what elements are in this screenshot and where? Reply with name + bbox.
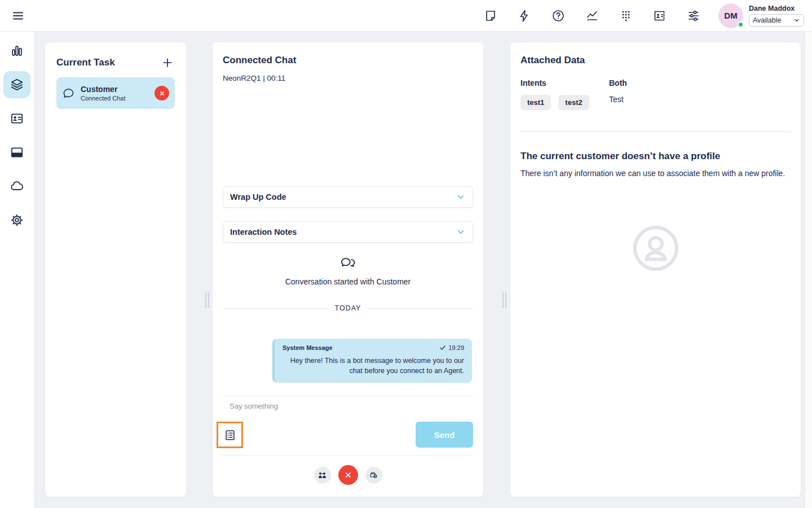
task-card-customer[interactable]: Customer Connected Chat [56,77,175,109]
apps-icon[interactable] [3,139,30,166]
help-icon[interactable] [548,6,568,26]
directory-icon[interactable] [650,6,670,26]
quick-replies-list-icon [224,429,236,441]
panel-resize-handle-right[interactable] [501,292,507,308]
nav-rail [0,32,34,508]
avatar-initials: DM [724,11,737,20]
mask-button[interactable] [365,467,382,484]
end-chat-button[interactable] [338,465,358,485]
chevron-down-icon [456,192,466,202]
conversation-bubbles-icon [339,255,356,271]
both-label: Both [609,78,627,87]
intent-chip: test2 [558,95,589,110]
attached-data-divider [520,132,791,132]
conversation-started-text: Conversation started with Customer [213,277,483,286]
close-icon [158,90,166,97]
status-value: Available [753,16,782,24]
chat-panel: Connected Chat NeonR2Q1 | 00:11 Wrap Up … [213,42,483,497]
quick-replies-button[interactable] [217,422,243,448]
no-profile-text: There isn’t any information we can use t… [520,168,790,179]
actions-divider [223,455,473,456]
chat-meta: NeonR2Q1 | 00:11 [223,74,285,82]
current-task-title: Current Task [56,57,115,68]
close-icon [344,471,352,479]
divider-line [223,308,327,309]
send-button[interactable]: Send [416,422,473,448]
intent-chip: test1 [520,95,551,110]
delivered-check-icon [439,344,446,351]
intents-column: Intents test1 test2 [520,78,609,110]
message-time: 19:29 [448,344,464,351]
settings-icon[interactable] [3,207,30,234]
message-sender: System Message [283,344,333,351]
interaction-notes-dropdown[interactable]: Interaction Notes [223,221,473,243]
chevron-down-icon [456,227,466,237]
mask-device-icon [369,470,378,480]
bubble-header: System Message 19:29 [283,344,464,351]
add-task-icon[interactable] [160,55,175,70]
chat-title: Connected Chat [223,55,296,66]
chat-bubble-icon [62,87,75,100]
both-value: Test [609,95,627,104]
task-name: Customer [81,85,149,94]
hamburger-menu-icon[interactable] [8,6,28,26]
message-meta: 19:29 [439,344,464,351]
analytics-icon[interactable] [582,6,602,26]
presence-dot [738,21,744,28]
transfer-icon [317,470,327,480]
agent-desktop-app: DM Dane Maddox Available [0,0,812,508]
attached-data-panel: Attached Data Intents test1 test2 Both T… [510,42,801,497]
cloud-icon[interactable] [3,173,30,200]
user-name: Dane Maddox [749,5,804,12]
avatar[interactable]: DM [718,3,743,28]
scrollbar-track[interactable] [805,32,812,508]
dialpad-icon[interactable] [616,6,636,26]
task-texts: Customer Connected Chat [81,85,149,102]
attached-data-title: Attached Data [520,55,585,66]
status-select[interactable]: Available [749,14,804,27]
intents-label: Intents [520,78,609,87]
current-task-header: Current Task [56,55,175,70]
conversation-started: Conversation started with Customer [213,255,483,286]
day-divider: TODAY [223,304,473,312]
close-task-button[interactable] [155,86,169,100]
divider-line [369,308,473,309]
both-column: Both Test [609,78,627,110]
system-message-bubble: System Message 19:29 Hey there! This is … [272,339,472,383]
task-type: Connected Chat [81,95,149,102]
interactions-icon[interactable] [3,71,30,98]
intent-chips: test1 test2 [520,95,609,110]
chat-actions [213,465,483,485]
no-profile-title: The current customer doesn’t have a prof… [520,151,720,162]
preferences-icon[interactable] [683,6,704,26]
transfer-button[interactable] [314,467,331,484]
attached-data-fields: Intents test1 test2 Both Test [520,78,791,110]
user-area: DM Dane Maddox Available [718,3,804,28]
user-meta: Dane Maddox Available [749,5,804,27]
profile-placeholder-icon [510,225,801,272]
quick-actions-icon[interactable] [514,6,535,26]
contacts-icon[interactable] [3,105,30,132]
input-divider [223,396,473,396]
wrap-up-code-dropdown[interactable]: Wrap Up Code [223,186,473,208]
notes-icon[interactable] [480,6,501,26]
current-task-panel: Current Task Customer Connected Chat [45,42,186,497]
day-divider-label: TODAY [335,304,361,312]
panel-resize-handle-left[interactable] [204,292,210,308]
wrap-up-code-label: Wrap Up Code [230,192,286,202]
message-text: Hey there! This is a bot message to welc… [283,356,464,376]
topbar-icon-group [480,6,704,26]
chevron-down-icon [793,17,800,24]
dashboard-icon[interactable] [3,37,30,64]
message-input[interactable] [230,399,444,413]
interaction-notes-label: Interaction Notes [230,227,297,237]
top-bar: DM Dane Maddox Available [0,0,812,32]
main-content: Current Task Customer Connected Chat [34,32,812,508]
